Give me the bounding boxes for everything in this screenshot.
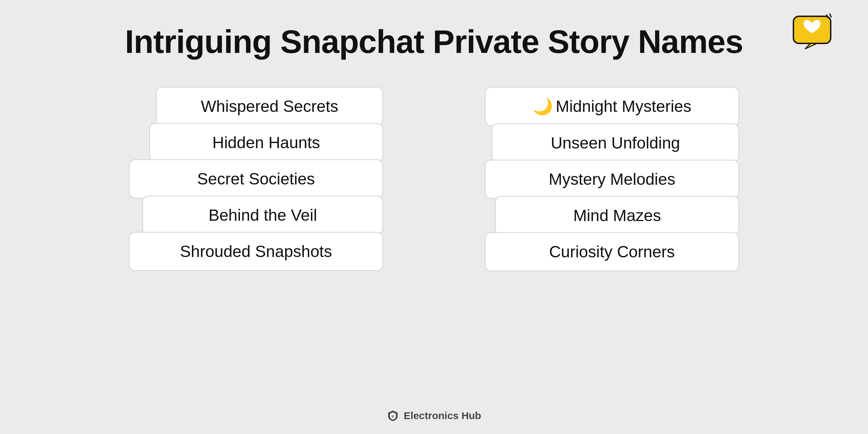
svg-line-3 [830, 14, 831, 17]
footer-brand-text: Electronics Hub [404, 410, 481, 421]
svg-marker-1 [805, 43, 817, 49]
list-item: Unseen Unfolding [492, 123, 739, 162]
columns-wrapper: Whispered Secrets Hidden Haunts Secret S… [0, 87, 868, 269]
left-column: Whispered Secrets Hidden Haunts Secret S… [129, 87, 383, 269]
footer-logo-icon: e [387, 410, 399, 422]
list-item: Mind Mazes [495, 196, 739, 235]
list-item: 🌙Midnight Mysteries [485, 87, 739, 126]
list-item: Hidden Haunts [149, 123, 383, 162]
list-item: Mystery Melodies [485, 160, 739, 199]
moon-emoji-icon: 🌙 [533, 97, 553, 116]
list-item: Behind the Veil [142, 196, 383, 235]
list-item: Secret Societies [129, 159, 383, 198]
list-item: Whispered Secrets [156, 87, 383, 126]
right-column: 🌙Midnight Mysteries Unseen Unfolding Mys… [485, 87, 739, 269]
page-title: Intriguing Snapchat Private Story Names [0, 0, 868, 60]
list-item: Shrouded Snapshots [129, 232, 383, 271]
svg-text:e: e [392, 414, 394, 418]
logo-icon [790, 14, 834, 51]
list-item: Curiosity Corners [485, 232, 739, 271]
footer: e Electronics Hub [387, 410, 481, 422]
